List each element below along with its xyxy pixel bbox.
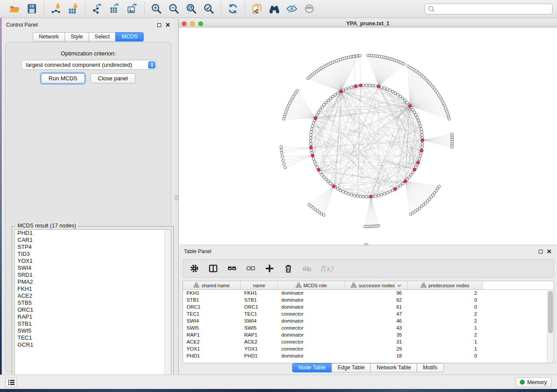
mcds-result-node[interactable]: RAP1 xyxy=(15,313,171,320)
table-cell: 0 xyxy=(408,297,483,304)
zoom-fit-icon[interactable] xyxy=(185,2,198,15)
clone-network-icon[interactable] xyxy=(250,2,263,15)
optimization-criterion-select[interactable]: largest connected component (undirected) xyxy=(21,60,157,70)
import-network-icon[interactable] xyxy=(49,2,62,15)
export-table-icon[interactable] xyxy=(108,2,121,15)
float-panel-icon[interactable] xyxy=(157,23,161,27)
table-row[interactable]: PHD1PHD1dominator180 xyxy=(183,353,554,360)
mcds-result-node[interactable]: ORC1 xyxy=(15,306,171,313)
first-neighbors-icon[interactable] xyxy=(268,2,281,15)
mcds-result-node[interactable]: PHD1 xyxy=(15,230,171,237)
close-panel-icon[interactable]: ✕ xyxy=(165,23,170,27)
mcds-result-node[interactable]: ACE2 xyxy=(15,292,171,299)
mcds-result-scrollbar[interactable] xyxy=(164,230,171,384)
mcds-result-node[interactable]: GCR1 xyxy=(15,341,171,348)
window-minimize-icon[interactable] xyxy=(190,21,195,26)
delete-column-icon[interactable] xyxy=(283,263,294,274)
vertical-splitter-handle[interactable] xyxy=(175,195,178,200)
mcds-result-node[interactable]: TEC1 xyxy=(15,334,171,341)
mcds-result-node[interactable]: STB1 xyxy=(15,320,171,327)
table-tabs: Node TableEdge TableNetwork TableMotifs xyxy=(292,363,444,372)
float-table-panel-icon[interactable] xyxy=(539,250,543,254)
table-cell: SWI5 xyxy=(183,325,241,332)
tab-style[interactable]: Style xyxy=(65,32,89,41)
node-table: shared namenameMCDS rolesuccessor nodesp… xyxy=(183,281,554,363)
mcds-result-node[interactable]: SWI5 xyxy=(15,327,171,334)
table-cell: RAP1 xyxy=(183,332,241,339)
mcds-result-node[interactable]: SWI4 xyxy=(15,265,171,272)
table-cell: 1 xyxy=(408,346,483,353)
network-search-input[interactable] xyxy=(425,3,553,14)
tab-motifs[interactable]: Motifs xyxy=(417,363,443,372)
window-traffic-lights xyxy=(182,21,203,26)
control-panel-tabs: NetworkStyleSelectMCDS xyxy=(33,32,144,41)
zoom-in-icon[interactable] xyxy=(150,2,163,15)
add-column-icon[interactable] xyxy=(264,263,275,274)
network-canvas[interactable] xyxy=(179,28,557,244)
search-icon xyxy=(428,5,436,13)
table-row[interactable]: ORC1ORC1dominator610 xyxy=(183,304,554,311)
window-close-icon[interactable] xyxy=(182,21,187,26)
hide-selected-icon[interactable] xyxy=(285,2,298,15)
table-row[interactable]: STB1STB1dominator620 xyxy=(183,297,554,304)
export-network-icon[interactable] xyxy=(91,2,104,15)
save-session-icon[interactable] xyxy=(25,2,38,15)
table-cell: 29 xyxy=(345,346,408,353)
memory-status-icon xyxy=(520,380,525,385)
zoom-selected-icon[interactable] xyxy=(202,2,215,15)
deselect-all-rows-icon[interactable] xyxy=(245,263,256,274)
tab-network[interactable]: Network xyxy=(33,32,65,41)
open-file-icon[interactable] xyxy=(8,2,21,15)
memory-button[interactable]: Memory xyxy=(515,377,551,387)
run-mcds-button[interactable]: Run MCDS xyxy=(41,73,85,83)
tab-mcds[interactable]: MCDS xyxy=(115,32,144,41)
mcds-result-node[interactable]: FKH1 xyxy=(15,285,171,292)
table-cell: FKH1 xyxy=(183,290,241,297)
tab-node-table[interactable]: Node Table xyxy=(292,363,332,372)
table-row[interactable]: YOX1YOX1connector291 xyxy=(183,346,554,353)
column-header-predecessor-nodes[interactable]: predecessor nodes xyxy=(408,281,483,289)
tab-network-table[interactable]: Network Table xyxy=(370,363,417,372)
column-header-name[interactable]: name xyxy=(241,281,278,289)
column-header-MCDS-role[interactable]: MCDS role xyxy=(278,281,345,289)
table-cell: dominator xyxy=(278,297,345,304)
toolbar-group-5 xyxy=(246,2,320,15)
import-table-icon[interactable] xyxy=(67,2,80,15)
table-cell: RAP1 xyxy=(241,332,278,339)
mcds-result-node[interactable]: TID3 xyxy=(15,251,171,258)
column-type-icon xyxy=(194,282,199,288)
select-all-rows-icon[interactable] xyxy=(226,263,238,274)
zoom-out-icon[interactable] xyxy=(167,2,180,15)
close-panel-button[interactable]: Close panel xyxy=(90,73,135,83)
tab-select[interactable]: Select xyxy=(89,32,116,41)
table-row[interactable]: SWI5SWI5connector431 xyxy=(183,325,554,332)
column-header-successor-nodes[interactable]: successor nodes xyxy=(345,281,408,289)
show-panels-button[interactable] xyxy=(5,378,17,387)
column-header-shared-name[interactable]: shared name xyxy=(183,281,241,289)
mcds-result-node[interactable]: STB5 xyxy=(15,299,171,306)
table-cell: ORC1 xyxy=(241,304,278,311)
table-row[interactable]: ACE2ACE2connector311 xyxy=(183,339,554,346)
table-row[interactable]: FKH1FKH1dominator962 xyxy=(183,290,554,297)
table-scrollbar-thumb[interactable] xyxy=(548,291,553,333)
tab-edge-table[interactable]: Edge Table xyxy=(332,363,371,372)
window-maximize-icon[interactable] xyxy=(198,21,203,26)
table-row[interactable]: TEC1TEC1connector472 xyxy=(183,311,554,318)
refresh-network-icon[interactable] xyxy=(226,2,239,15)
show-columns-icon[interactable] xyxy=(208,263,219,274)
table-cell: PHD1 xyxy=(183,353,241,360)
mcds-result-node[interactable]: PMA2 xyxy=(15,279,171,285)
mcds-result-node[interactable]: CAR1 xyxy=(15,237,171,244)
table-scrollbar[interactable] xyxy=(547,290,554,363)
mcds-result-node[interactable]: SRD1 xyxy=(15,272,171,279)
settings-gear-icon[interactable] xyxy=(189,263,200,274)
table-cell: 2 xyxy=(408,311,483,318)
table-row[interactable]: SWI4SWI4dominator462 xyxy=(183,318,554,325)
close-table-panel-icon[interactable]: ✕ xyxy=(547,249,552,254)
table-row[interactable]: RAP1RAP1dominator352 xyxy=(183,332,554,339)
mcds-result-node[interactable]: YOX1 xyxy=(15,258,171,265)
mcds-result-list[interactable]: PHD1CAR1STP4TID3YOX1SWI4SRD1PMA2FKH1ACE2… xyxy=(14,229,171,384)
table-toolbar: f(x) xyxy=(183,259,554,278)
export-image-icon[interactable] xyxy=(126,2,139,15)
mcds-result-node[interactable]: STP4 xyxy=(15,244,171,251)
